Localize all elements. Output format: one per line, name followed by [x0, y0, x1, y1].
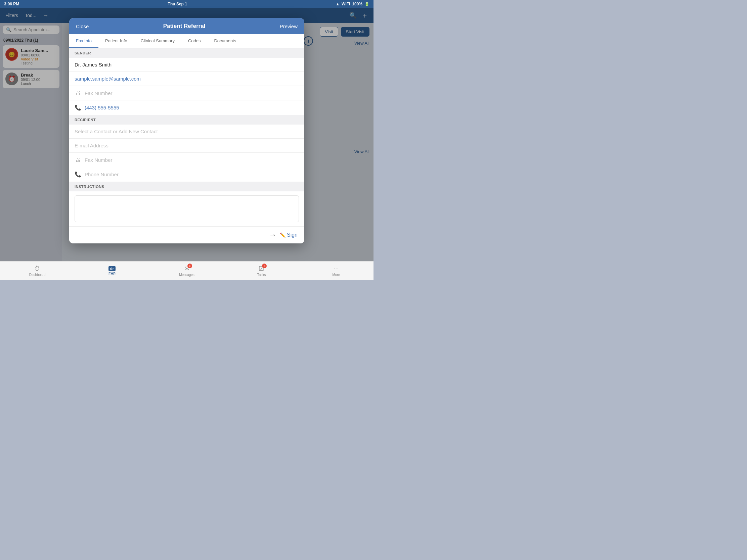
tab-fax-info-label: Fax Info: [76, 38, 92, 43]
tab-codes[interactable]: Codes: [181, 34, 208, 48]
modal-footer: → ✏️ Sign: [69, 226, 304, 243]
modal-tabs: Fax Info Patient Info Clinical Summary C…: [69, 34, 304, 48]
more-icon: ···: [334, 265, 339, 272]
recipient-phone-row[interactable]: 📞 Phone Number: [69, 167, 304, 182]
arrow-right-icon: →: [269, 231, 277, 239]
tab-clinical-summary[interactable]: Clinical Summary: [134, 34, 181, 48]
modal-header: Close Patient Referral Preview: [69, 18, 304, 34]
tab-patient-info-label: Patient Info: [105, 38, 127, 43]
sender-fax-placeholder: Fax Number: [85, 90, 112, 96]
messages-badge-container: ✉ 3: [184, 265, 189, 272]
tab-documents[interactable]: Documents: [207, 34, 243, 48]
instructions-section-header: INSTRUCTIONS: [69, 182, 304, 191]
tab-dashboard-label: Dashboard: [29, 273, 46, 277]
phone-icon-recipient: 📞: [75, 171, 81, 178]
tab-dashboard[interactable]: ⏱ Dashboard: [0, 265, 75, 277]
sign-label: Sign: [287, 232, 298, 238]
recipient-fax-row[interactable]: 🖨 Fax Number: [69, 153, 304, 167]
status-bar: 3:06 PM Thu Sep 1 ▲ WiFi 100% 🔋: [0, 0, 374, 8]
preview-button[interactable]: Preview: [280, 24, 298, 29]
tasks-badge: 8: [262, 264, 267, 268]
recipient-phone-placeholder: Phone Number: [85, 171, 119, 177]
pencil-icon: ✏️: [280, 232, 285, 238]
tab-tasks-label: Tasks: [257, 273, 266, 277]
signal-icon: ▲: [336, 2, 340, 6]
modal-overlay: Close Patient Referral Preview Fax Info …: [0, 8, 374, 261]
modal-title: Patient Referral: [163, 23, 206, 30]
ehr-icon: dr: [108, 266, 115, 271]
sender-section-header: SENDER: [69, 48, 304, 58]
status-date: Thu Sep 1: [168, 2, 187, 6]
phone-icon-sender: 📞: [75, 104, 81, 111]
recipient-email-row[interactable]: E-mail Address: [69, 139, 304, 153]
tab-fax-info[interactable]: Fax Info: [69, 34, 98, 48]
recipient-fax-placeholder: Fax Number: [85, 157, 112, 163]
tab-messages[interactable]: ✉ 3 Messages: [150, 265, 224, 277]
tab-ehr[interactable]: dr EHR: [75, 266, 149, 276]
recipient-contact-placeholder: Select a Contact or Add New Contact: [75, 129, 158, 134]
status-time: 3:06 PM: [4, 2, 19, 6]
modal-body: SENDER Dr. James Smith sample.sample@sam…: [69, 48, 304, 226]
status-bar-right: ▲ WiFi 100% 🔋: [336, 2, 369, 6]
tab-more[interactable]: ··· More: [299, 265, 374, 277]
tab-more-label: More: [332, 273, 340, 277]
instructions-textarea[interactable]: [75, 195, 299, 222]
battery-level: 100%: [352, 2, 362, 6]
sender-email: sample.sample@sample.com: [75, 76, 141, 82]
sender-phone-row: 📞 (443) 555-5555: [69, 100, 304, 115]
recipient-contact-row[interactable]: Select a Contact or Add New Contact: [69, 125, 304, 139]
wifi-icon: WiFi: [342, 2, 350, 6]
sender-name-row: Dr. James Smith: [69, 58, 304, 72]
sender-phone: (443) 555-5555: [85, 105, 119, 110]
recipient-email-placeholder: E-mail Address: [75, 143, 108, 149]
dashboard-icon: ⏱: [34, 265, 40, 272]
sender-email-row[interactable]: sample.sample@sample.com: [69, 72, 304, 86]
tab-messages-label: Messages: [179, 273, 195, 277]
tab-tasks[interactable]: ☑ 8 Tasks: [224, 265, 299, 277]
tab-ehr-label: EHR: [108, 272, 115, 276]
bottom-tabbar: ⏱ Dashboard dr EHR ✉ 3 Messages ☑ 8 Task…: [0, 261, 374, 280]
tasks-badge-container: ☑ 8: [259, 265, 264, 272]
messages-badge: 3: [187, 264, 192, 268]
close-button[interactable]: Close: [76, 24, 89, 29]
status-bar-center: Thu Sep 1: [168, 2, 187, 6]
battery-icon: 🔋: [364, 2, 369, 6]
tab-codes-label: Codes: [188, 38, 201, 43]
tab-patient-info[interactable]: Patient Info: [98, 34, 134, 48]
sender-fax-row[interactable]: 🖨 Fax Number: [69, 86, 304, 100]
tab-clinical-summary-label: Clinical Summary: [141, 38, 175, 43]
recipient-section-header: RECIPIENT: [69, 115, 304, 125]
patient-referral-modal: Close Patient Referral Preview Fax Info …: [69, 18, 304, 243]
tab-documents-label: Documents: [214, 38, 236, 43]
sign-button[interactable]: ✏️ Sign: [280, 232, 298, 238]
fax-icon-sender: 🖨: [75, 90, 81, 96]
fax-icon-recipient: 🖨: [75, 157, 81, 163]
sender-name: Dr. James Smith: [75, 62, 111, 68]
